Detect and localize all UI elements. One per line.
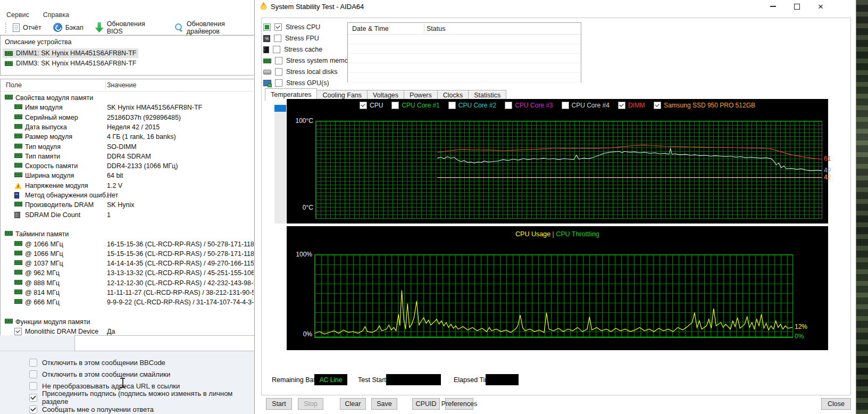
stress-option-row[interactable]: Stress cache [263,45,322,54]
stress-checkbox[interactable] [274,23,282,31]
ram-icon [14,202,22,206]
device-item[interactable]: DIMM1: SK Hynix HMA451S6AFR8N-TF [3,48,138,58]
stress-checkbox[interactable] [274,35,281,42]
stress-checkbox[interactable] [275,79,282,87]
table-row[interactable]: @ 1066 МГц16-15-15-36 (CL-RCD-RP-RAS) / … [1,239,254,249]
stress-option-row[interactable]: Stress system memory [263,56,354,65]
ram-icon [14,270,22,275]
legend-item[interactable]: CPU [360,102,383,109]
ram-icon [5,61,13,66]
table-row[interactable]: @ 1066 МГц15-15-15-36 (CL-RCD-RP-RAS) / … [1,249,254,259]
forum-checkbox[interactable] [29,405,37,413]
minimize-button[interactable] [764,0,782,13]
table-row[interactable]: Напряжение модуля1.2 V [1,181,254,191]
legend-checkbox[interactable] [562,102,569,109]
stress-option-row[interactable]: Stress GPU(s) [263,78,329,88]
forum-checkbox[interactable] [29,382,37,390]
start-button[interactable]: Start [266,398,292,410]
table-row[interactable]: Тайминги памяти [1,229,254,239]
table-row[interactable]: Дата выпускаНеделя 42 / 2015 [1,122,254,132]
legend-checkbox[interactable] [505,102,512,109]
cpu-usage-svg [315,255,792,337]
clear-button[interactable]: Clear [340,398,366,410]
menu-item-Сервис[interactable]: Сервис [6,11,29,19]
table-row[interactable]: Ширина модуля64 bit [1,171,254,180]
close-button[interactable]: Close [821,398,851,410]
legend-checkbox[interactable] [618,102,625,109]
log-row[interactable] [348,72,581,82]
stress-option-label: Stress local disks [286,68,338,76]
forum-checkbox[interactable] [29,370,37,378]
legend-label: CPU Core #1 [402,102,439,109]
stress-option-row[interactable]: Stress local disks [263,67,338,77]
stress-option-row[interactable]: Stress CPU [263,22,320,32]
title-bar[interactable]: System Stability Test - AIDA64 × [255,0,856,13]
legend-checkbox[interactable] [391,102,399,109]
monolithic-checkbox[interactable] [14,328,22,335]
table-row[interactable]: Размер модуля4 ГБ (1 rank, 16 banks) [1,132,254,142]
table-row[interactable]: @ 814 МГц11-11-11-27 (CL-RCD-RP-RAS) / 3… [1,288,254,297]
device-item[interactable]: DIMM3: SK Hynix HMA451S6AFR8N-TF [3,59,138,68]
table-row[interactable]: Тип памятиDDR4 SDRAM [1,152,254,161]
forum-checkbox-row[interactable]: Отключить в этом сообщении смайлики [29,369,170,379]
table-row[interactable]: @ 1037 МГц14-14-14-35 (CL-RCD-RP-RAS) / … [1,259,254,268]
preferences-button[interactable]: Preferences [445,398,473,410]
table-row[interactable]: Имя модуляSK Hynix HMA451S6AFR8N-TF [1,103,254,112]
toolbar-item[interactable]: Обновления BIOS [95,20,163,35]
toolbar: ОтчётБэкапОбновления BIOSОбновления драй… [0,20,260,35]
forum-checkbox[interactable] [29,394,37,402]
close-window-button[interactable]: × [812,0,830,13]
menu-item-Справка[interactable]: Справка [43,11,69,19]
legend-checkbox[interactable] [360,102,367,109]
table-row[interactable]: Метод обнаружения ошиб...Нет [1,191,254,200]
table-row[interactable]: @ 888 МГц12-12-12-30 (CL-RCD-RP-RAS) / 4… [1,278,254,288]
table-row[interactable]: @ 666 МГц9-9-9-22 (CL-RCD-RP-RAS) / 31-1… [1,297,254,307]
table-row[interactable]: Свойства модуля памяти [1,93,254,103]
forum-checkbox[interactable] [29,359,37,367]
table-row[interactable]: Скорость памятиDDR4-2133 (1066 МГц) [1,161,254,171]
legend-item[interactable]: CPU Core #1 [391,102,439,109]
forum-checkbox-row[interactable]: Отключить в этом сообщении BBCode [29,358,165,367]
legend-checkbox[interactable] [448,102,456,109]
report-icon [13,23,20,32]
legend-item[interactable]: Samsung SSD 950 PRO 512GB [654,102,755,109]
forum-checkbox-row[interactable]: Сообщать мне о получении ответа [29,404,154,414]
table-row[interactable]: Monolithic DRAM DeviceДа [1,327,254,335]
stress-checkbox[interactable] [275,68,282,76]
toolbar-item[interactable]: Бэкап [53,23,84,32]
table-row[interactable]: Серийный номер25186D37h (929896485) [1,113,254,122]
vertical-scrollbar[interactable] [274,105,286,223]
log-row[interactable] [348,53,581,63]
legend-item[interactable]: CPU Core #3 [505,102,553,109]
table-row[interactable]: SDRAM Die Count1 [1,210,254,220]
toolbar-item[interactable]: Обновления драйверов [174,20,260,35]
cpuid-button[interactable]: CPUID [412,398,440,410]
table-row[interactable]: Функции модуля памяти [1,317,254,327]
forum-text-field[interactable] [74,335,254,351]
log-row[interactable] [348,63,581,73]
table-row[interactable]: Тип модуляSO-DIMM [1,142,254,152]
log-row[interactable] [348,34,581,44]
table-row[interactable]: @ 962 МГц13-13-13-32 (CL-RCD-RP-RAS) / 4… [1,268,254,278]
test-log-table[interactable]: Date & Time Status [347,22,581,82]
field-name: Скорость памяти [25,162,78,170]
stress-checkbox[interactable] [273,46,280,53]
log-row[interactable] [348,44,581,54]
stress-option-row[interactable]: Stress FPU [263,34,319,43]
stress-checkbox[interactable] [275,57,282,64]
scrollbar-thumb[interactable] [274,105,286,112]
maximize-button[interactable] [788,0,806,13]
legend-checkbox[interactable] [654,102,661,109]
toolbar-item[interactable]: Отчёт [13,23,41,32]
forum-checkbox-row[interactable]: Присоединить подпись (подпись можно изме… [29,393,254,402]
legend-item[interactable]: CPU Core #4 [562,102,610,109]
log-header: Date & Time Status [348,23,581,35]
legend-item[interactable]: DIMM [618,102,645,109]
legend-item[interactable]: CPU Core #2 [448,102,496,109]
temperatures-svg [316,121,822,218]
table-row[interactable]: Производитель DRAMSK Hynix [1,200,254,210]
ram-icon [14,104,22,109]
field-value: 25186D37h (929896485) [107,114,181,121]
forum-checkbox-label: Присоединить подпись (подпись можно изме… [42,390,254,405]
save-button[interactable]: Save [371,398,397,410]
